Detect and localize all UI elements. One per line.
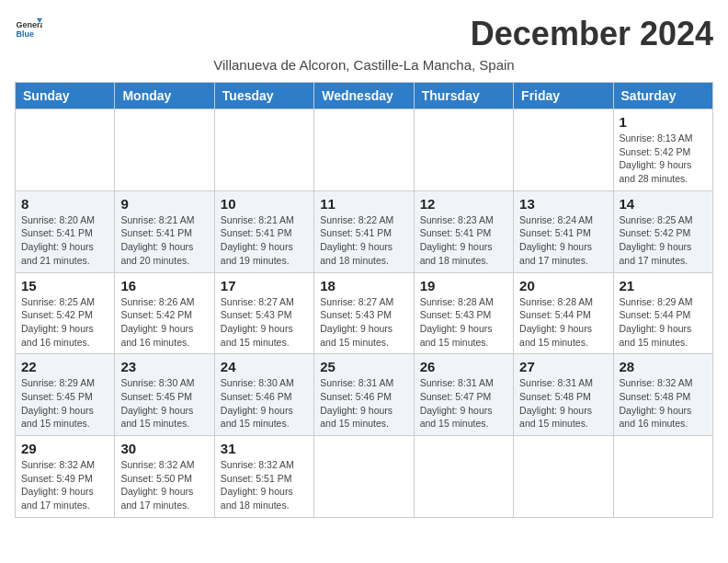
table-row: 30 Sunrise: 8:32 AMSunset: 5:50 PMDaylig… [115, 436, 214, 518]
table-row [314, 436, 414, 518]
table-row: 27 Sunrise: 8:31 AMSunset: 5:48 PMDaylig… [514, 354, 613, 436]
col-thursday: Thursday [414, 83, 513, 109]
table-row: 25 Sunrise: 8:31 AMSunset: 5:46 PMDaylig… [314, 354, 414, 436]
table-row: 11 Sunrise: 8:22 AMSunset: 5:41 PMDaylig… [314, 190, 414, 272]
day-number: 19 [420, 278, 507, 293]
day-number: 21 [620, 278, 707, 293]
day-info: Sunrise: 8:26 AMSunset: 5:42 PMDaylight:… [120, 296, 194, 348]
day-info: Sunrise: 8:27 AMSunset: 5:43 PMDaylight:… [221, 296, 294, 348]
day-info: Sunrise: 8:32 AMSunset: 5:49 PMDaylight:… [21, 459, 95, 511]
day-number: 26 [420, 359, 507, 374]
table-row: 19 Sunrise: 8:28 AMSunset: 5:43 PMDaylig… [414, 272, 513, 354]
table-row [16, 109, 115, 191]
day-info: Sunrise: 8:32 AMSunset: 5:51 PMDaylight:… [221, 459, 294, 511]
table-row: 21 Sunrise: 8:29 AMSunset: 5:44 PMDaylig… [613, 272, 712, 354]
day-number: 28 [620, 359, 707, 374]
table-row: 31 Sunrise: 8:32 AMSunset: 5:51 PMDaylig… [214, 436, 313, 518]
header: General Blue December 2024 [15, 15, 713, 53]
day-number: 13 [519, 196, 607, 212]
day-number: 24 [221, 359, 308, 374]
day-number: 15 [21, 278, 108, 293]
day-info: Sunrise: 8:28 AMSunset: 5:43 PMDaylight:… [420, 296, 494, 348]
day-info: Sunrise: 8:23 AMSunset: 5:41 PMDaylight:… [420, 214, 494, 266]
table-row [613, 436, 712, 518]
day-number: 20 [519, 278, 607, 293]
table-row: 9 Sunrise: 8:21 AMSunset: 5:41 PMDayligh… [115, 190, 214, 272]
table-row: 12 Sunrise: 8:23 AMSunset: 5:41 PMDaylig… [414, 190, 513, 272]
day-info: Sunrise: 8:28 AMSunset: 5:44 PMDaylight:… [519, 296, 593, 348]
calendar-week-row: 1 Sunrise: 8:13 AMSunset: 5:42 PMDayligh… [16, 109, 713, 191]
table-row: 29 Sunrise: 8:32 AMSunset: 5:49 PMDaylig… [16, 436, 115, 518]
col-tuesday: Tuesday [214, 83, 313, 109]
day-info: Sunrise: 8:31 AMSunset: 5:48 PMDaylight:… [519, 377, 593, 429]
table-row: 16 Sunrise: 8:26 AMSunset: 5:42 PMDaylig… [115, 272, 214, 354]
day-info: Sunrise: 8:21 AMSunset: 5:41 PMDaylight:… [120, 214, 194, 266]
table-row: 10 Sunrise: 8:21 AMSunset: 5:41 PMDaylig… [214, 190, 313, 272]
col-friday: Friday [514, 83, 613, 109]
table-row [214, 109, 313, 191]
day-number: 14 [620, 196, 707, 212]
day-number: 30 [120, 441, 208, 456]
table-row [414, 109, 513, 191]
month-title: December 2024 [471, 15, 713, 53]
day-number: 22 [21, 359, 108, 374]
col-monday: Monday [115, 83, 214, 109]
day-number: 23 [120, 359, 208, 374]
day-info: Sunrise: 8:29 AMSunset: 5:44 PMDaylight:… [620, 296, 693, 348]
day-number: 10 [221, 196, 308, 212]
table-row: 13 Sunrise: 8:24 AMSunset: 5:41 PMDaylig… [514, 190, 613, 272]
table-row: 22 Sunrise: 8:29 AMSunset: 5:45 PMDaylig… [16, 354, 115, 436]
logo-icon: General Blue [15, 15, 42, 42]
day-number: 29 [21, 441, 108, 456]
day-info: Sunrise: 8:30 AMSunset: 5:46 PMDaylight:… [221, 377, 294, 429]
day-info: Sunrise: 8:31 AMSunset: 5:47 PMDaylight:… [420, 377, 494, 429]
table-row: 28 Sunrise: 8:32 AMSunset: 5:48 PMDaylig… [613, 354, 712, 436]
table-row: 1 Sunrise: 8:13 AMSunset: 5:42 PMDayligh… [613, 109, 712, 191]
day-info: Sunrise: 8:25 AMSunset: 5:42 PMDaylight:… [21, 296, 95, 348]
day-info: Sunrise: 8:25 AMSunset: 5:42 PMDaylight:… [620, 214, 693, 266]
table-row: 18 Sunrise: 8:27 AMSunset: 5:43 PMDaylig… [314, 272, 414, 354]
day-info: Sunrise: 8:30 AMSunset: 5:45 PMDaylight:… [120, 377, 194, 429]
location-title: Villanueva de Alcoron, Castille-La Manch… [15, 57, 713, 73]
day-number: 1 [620, 114, 707, 130]
day-info: Sunrise: 8:20 AMSunset: 5:41 PMDaylight:… [21, 214, 95, 266]
day-number: 9 [120, 196, 208, 212]
day-number: 25 [320, 359, 407, 374]
day-number: 11 [320, 196, 407, 212]
calendar-week-row: 22 Sunrise: 8:29 AMSunset: 5:45 PMDaylig… [16, 354, 713, 436]
table-row: 17 Sunrise: 8:27 AMSunset: 5:43 PMDaylig… [214, 272, 313, 354]
table-row: 26 Sunrise: 8:31 AMSunset: 5:47 PMDaylig… [414, 354, 513, 436]
day-info: Sunrise: 8:31 AMSunset: 5:46 PMDaylight:… [320, 377, 393, 429]
col-wednesday: Wednesday [314, 83, 414, 109]
table-row: 23 Sunrise: 8:30 AMSunset: 5:45 PMDaylig… [115, 354, 214, 436]
col-saturday: Saturday [613, 83, 712, 109]
table-row: 20 Sunrise: 8:28 AMSunset: 5:44 PMDaylig… [514, 272, 613, 354]
day-info: Sunrise: 8:13 AMSunset: 5:42 PMDaylight:… [620, 132, 693, 184]
day-number: 31 [221, 441, 308, 456]
page-container: General Blue December 2024 Villanueva de… [15, 15, 713, 518]
table-row: 15 Sunrise: 8:25 AMSunset: 5:42 PMDaylig… [16, 272, 115, 354]
day-info: Sunrise: 8:32 AMSunset: 5:48 PMDaylight:… [620, 377, 693, 429]
table-row [314, 109, 414, 191]
calendar-week-row: 15 Sunrise: 8:25 AMSunset: 5:42 PMDaylig… [16, 272, 713, 354]
table-row [514, 436, 613, 518]
table-row [514, 109, 613, 191]
svg-text:Blue: Blue [17, 29, 35, 39]
table-row [414, 436, 513, 518]
day-info: Sunrise: 8:27 AMSunset: 5:43 PMDaylight:… [320, 296, 393, 348]
day-number: 12 [420, 196, 507, 212]
table-row [115, 109, 214, 191]
calendar-week-row: 29 Sunrise: 8:32 AMSunset: 5:49 PMDaylig… [16, 436, 713, 518]
col-sunday: Sunday [16, 83, 115, 109]
day-info: Sunrise: 8:22 AMSunset: 5:41 PMDaylight:… [320, 214, 393, 266]
table-row: 24 Sunrise: 8:30 AMSunset: 5:46 PMDaylig… [214, 354, 313, 436]
day-info: Sunrise: 8:32 AMSunset: 5:50 PMDaylight:… [120, 459, 194, 511]
day-info: Sunrise: 8:21 AMSunset: 5:41 PMDaylight:… [221, 214, 294, 266]
svg-text:General: General [17, 20, 43, 29]
day-info: Sunrise: 8:24 AMSunset: 5:41 PMDaylight:… [519, 214, 593, 266]
day-number: 16 [120, 278, 208, 293]
day-number: 8 [21, 196, 108, 212]
table-row: 8 Sunrise: 8:20 AMSunset: 5:41 PMDayligh… [16, 190, 115, 272]
day-number: 17 [221, 278, 308, 293]
day-number: 27 [519, 359, 607, 374]
